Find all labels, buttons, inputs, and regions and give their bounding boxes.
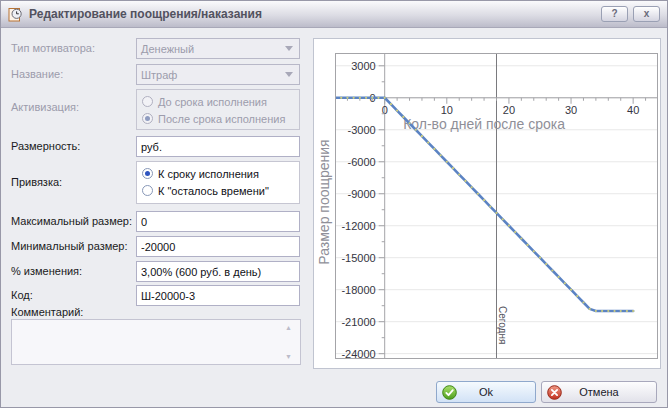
chevron-down-icon — [285, 72, 293, 77]
radio-to-time-left[interactable]: К "осталось времени" — [142, 182, 294, 199]
radio-after-deadline: После срока исполнения — [142, 110, 294, 127]
help-button[interactable]: ? — [601, 6, 628, 22]
clock-document-icon — [8, 7, 23, 22]
ok-button[interactable]: Ok — [436, 381, 536, 403]
chart-panel: Размер поощрения 01020304030000-3000-600… — [313, 38, 661, 369]
svg-text:-3000: -3000 — [348, 124, 376, 136]
comment-label: Комментарий: — [11, 306, 83, 318]
titlebar[interactable]: Редактирование поощрения/наказания ? x — [1, 1, 667, 28]
ok-button-label: Ok — [437, 386, 535, 398]
name-select: Штраф — [136, 64, 300, 85]
radio-icon — [142, 96, 153, 107]
radio-checked-icon — [142, 113, 153, 124]
chevron-down-icon — [285, 46, 293, 51]
radio-before-deadline: До срока исполнения — [142, 93, 294, 110]
motivator-type-label: Тип мотиватора: — [11, 42, 95, 54]
svg-text:10: 10 — [441, 104, 453, 116]
code-input[interactable] — [136, 285, 300, 306]
svg-text:40: 40 — [627, 104, 639, 116]
motivator-type-value: Денежный — [141, 43, 285, 55]
cancel-button-label: Отмена — [542, 386, 656, 398]
svg-text:-15000: -15000 — [341, 252, 375, 264]
name-value: Штраф — [141, 69, 285, 81]
svg-text:3000: 3000 — [351, 60, 375, 72]
motivator-type-select: Денежный — [136, 38, 300, 59]
activation-radio-group: До срока исполнения После срока исполнен… — [136, 89, 300, 130]
min-size-input[interactable] — [136, 236, 300, 257]
radio-to-deadline[interactable]: К сроку исполнения — [142, 165, 294, 182]
dimension-input[interactable] — [136, 136, 300, 157]
binding-radio-group: К сроку исполнения К "осталось времени" — [136, 161, 300, 204]
svg-text:-6000: -6000 — [348, 156, 376, 168]
svg-text:-12000: -12000 — [341, 220, 375, 232]
svg-text:-18000: -18000 — [341, 284, 375, 296]
name-label: Название: — [11, 68, 63, 80]
svg-text:-9000: -9000 — [348, 188, 376, 200]
cancel-button[interactable]: Отмена — [541, 381, 657, 403]
min-size-label: Минимальный размер: — [11, 240, 128, 252]
svg-text:Кол-во дней после срока: Кол-во дней после срока — [403, 116, 565, 132]
radio-checked-icon[interactable] — [142, 168, 153, 179]
svg-text:-24000: -24000 — [341, 348, 375, 359]
max-size-input[interactable] — [136, 211, 300, 232]
binding-label: Привязка: — [11, 176, 62, 188]
radio-icon[interactable] — [142, 185, 153, 196]
svg-text:20: 20 — [503, 104, 515, 116]
svg-text:Сегодня: Сегодня — [497, 306, 508, 344]
scroll-up-icon[interactable]: ▲ — [285, 324, 292, 331]
svg-text:-21000: -21000 — [341, 316, 375, 328]
reward-size-chart: 01020304030000-3000-6000-9000-12000-1500… — [335, 53, 658, 359]
activation-label: Активизация: — [11, 101, 79, 113]
code-label: Код: — [11, 289, 33, 301]
chart-y-axis-title: Размер поощрения — [316, 122, 332, 282]
dimension-label: Размерность: — [11, 140, 80, 152]
close-button[interactable]: x — [633, 6, 660, 22]
edit-reward-punishment-dialog: Редактирование поощрения/наказания ? x Т… — [0, 0, 668, 408]
percent-change-input[interactable] — [136, 261, 300, 282]
percent-change-label: % изменения: — [11, 265, 82, 277]
max-size-label: Максимальный размер: — [11, 215, 132, 227]
scroll-down-icon[interactable]: ▼ — [285, 353, 292, 360]
window-title: Редактирование поощрения/наказания — [29, 7, 262, 21]
comment-textarea[interactable] — [11, 319, 301, 365]
svg-text:30: 30 — [565, 104, 577, 116]
